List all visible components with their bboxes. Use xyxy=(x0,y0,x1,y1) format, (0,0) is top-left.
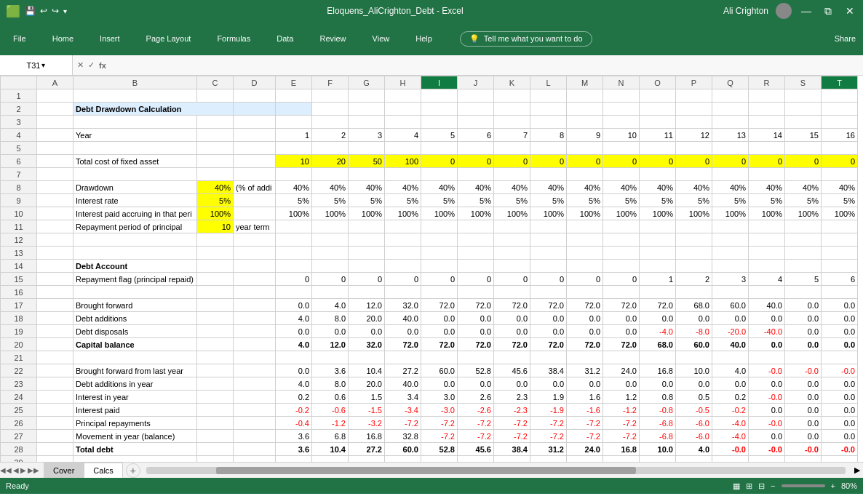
cell-G4[interactable]: 3 xyxy=(349,129,385,142)
cell-S6[interactable]: 0 xyxy=(785,155,822,168)
cell-C4[interactable] xyxy=(197,129,234,142)
cell-J7[interactable] xyxy=(458,168,494,181)
cell-R22[interactable]: -0.0 xyxy=(749,364,785,377)
cell-T3[interactable] xyxy=(822,116,858,129)
cell-A26[interactable] xyxy=(37,417,73,430)
cell-Q3[interactable] xyxy=(712,116,749,129)
minimize-button[interactable]: — xyxy=(799,4,814,18)
cell-P18[interactable]: 0.0 xyxy=(676,312,712,325)
row-header-18[interactable]: 18 xyxy=(1,312,37,325)
insert-function-icon[interactable]: fx xyxy=(99,61,106,70)
cell-H4[interactable]: 4 xyxy=(385,129,421,142)
cell-I13[interactable] xyxy=(421,247,458,260)
cell-A24[interactable] xyxy=(37,391,73,404)
cell-G25[interactable]: -1.5 xyxy=(349,404,385,417)
cell-Q20[interactable]: 40.0 xyxy=(712,338,749,351)
cell-N7[interactable] xyxy=(603,168,640,181)
cell-R7[interactable] xyxy=(749,168,785,181)
tab-view[interactable]: View xyxy=(367,31,396,46)
cell-R28[interactable]: -0.0 xyxy=(749,443,785,456)
cell-J5[interactable] xyxy=(458,142,494,155)
cell-O9[interactable]: 5% xyxy=(640,194,676,207)
cell-G24[interactable]: 1.5 xyxy=(349,391,385,404)
cell-B29[interactable] xyxy=(73,456,197,463)
row-header-24[interactable]: 24 xyxy=(1,391,37,404)
cell-B12[interactable] xyxy=(73,233,197,247)
cell-O25[interactable]: -0.8 xyxy=(640,404,676,417)
cell-S14[interactable] xyxy=(785,260,822,273)
cell-R10[interactable]: 100% xyxy=(749,207,785,220)
cell-T23[interactable]: 0.0 xyxy=(822,377,858,391)
cell-I17[interactable]: 72.0 xyxy=(421,299,458,312)
cell-Q2[interactable] xyxy=(712,103,749,116)
cell-O19[interactable]: -4.0 xyxy=(640,325,676,338)
cell-E16[interactable] xyxy=(276,286,312,299)
cell-F24[interactable]: 0.6 xyxy=(312,391,349,404)
cell-E13[interactable] xyxy=(276,247,312,260)
cell-D25[interactable] xyxy=(234,404,276,417)
cell-C14[interactable] xyxy=(197,260,234,273)
view-layout-icon[interactable]: ⊞ xyxy=(746,481,752,491)
cell-L22[interactable]: 38.4 xyxy=(530,364,567,377)
cell-E7[interactable] xyxy=(276,168,312,181)
cell-D3[interactable] xyxy=(234,116,276,129)
cell-D4[interactable] xyxy=(234,129,276,142)
cell-B4[interactable]: Year xyxy=(73,129,197,142)
cell-R14[interactable] xyxy=(749,260,785,273)
cell-T21[interactable] xyxy=(822,351,858,364)
cell-C20[interactable] xyxy=(197,338,234,351)
close-button[interactable]: ✕ xyxy=(843,4,857,18)
cell-L12[interactable] xyxy=(530,233,567,247)
cell-E19[interactable]: 0.0 xyxy=(276,325,312,338)
cell-K18[interactable]: 0.0 xyxy=(494,312,530,325)
cell-H18[interactable]: 40.0 xyxy=(385,312,421,325)
cell-M18[interactable]: 0.0 xyxy=(567,312,603,325)
cell-K17[interactable]: 72.0 xyxy=(494,299,530,312)
cell-H7[interactable] xyxy=(385,168,421,181)
cell-J27[interactable]: -7.2 xyxy=(458,430,494,443)
row-header-10[interactable]: 10 xyxy=(1,207,37,220)
col-header-d[interactable]: D xyxy=(234,76,276,89)
cell-L21[interactable] xyxy=(530,351,567,364)
cell-L24[interactable]: 1.9 xyxy=(530,391,567,404)
cell-K28[interactable]: 38.4 xyxy=(494,443,530,456)
cell-D13[interactable] xyxy=(234,247,276,260)
cell-H6[interactable]: 100 xyxy=(385,155,421,168)
cell-B23[interactable]: Debt additions in year xyxy=(73,377,197,391)
cell-F19[interactable]: 0.0 xyxy=(312,325,349,338)
cell-L8[interactable]: 40% xyxy=(530,181,567,194)
col-header-o[interactable]: O xyxy=(640,76,676,89)
cell-P5[interactable] xyxy=(676,142,712,155)
cell-Q27[interactable]: -4.0 xyxy=(712,430,749,443)
cell-A29[interactable] xyxy=(37,456,73,463)
cell-H21[interactable] xyxy=(385,351,421,364)
quick-access-more[interactable]: ▾ xyxy=(63,7,67,15)
cell-T28[interactable]: -0.0 xyxy=(822,443,858,456)
cell-S29[interactable] xyxy=(785,456,822,463)
cell-N21[interactable] xyxy=(603,351,640,364)
cell-N28[interactable]: 16.8 xyxy=(603,443,640,456)
cell-G16[interactable] xyxy=(349,286,385,299)
cell-M9[interactable]: 5% xyxy=(567,194,603,207)
cell-Q29[interactable] xyxy=(712,456,749,463)
cell-N18[interactable]: 0.0 xyxy=(603,312,640,325)
cell-L27[interactable]: -7.2 xyxy=(530,430,567,443)
cell-E26[interactable]: -0.4 xyxy=(276,417,312,430)
col-header-t[interactable]: T xyxy=(822,76,858,89)
cell-I20[interactable]: 72.0 xyxy=(421,338,458,351)
cell-N26[interactable]: -7.2 xyxy=(603,417,640,430)
row-header-20[interactable]: 20 xyxy=(1,338,37,351)
cell-S3[interactable] xyxy=(785,116,822,129)
cell-E11[interactable] xyxy=(276,220,312,233)
cell-K29[interactable] xyxy=(494,456,530,463)
cell-L10[interactable]: 100% xyxy=(530,207,567,220)
cell-F15[interactable]: 0 xyxy=(312,273,349,286)
add-sheet-button[interactable]: + xyxy=(126,463,140,478)
cell-H29[interactable] xyxy=(385,456,421,463)
cell-C5[interactable] xyxy=(197,142,234,155)
cell-L25[interactable]: -1.9 xyxy=(530,404,567,417)
cell-J29[interactable] xyxy=(458,456,494,463)
cell-C19[interactable] xyxy=(197,325,234,338)
cell-K11[interactable] xyxy=(494,220,530,233)
cell-E14[interactable] xyxy=(276,260,312,273)
